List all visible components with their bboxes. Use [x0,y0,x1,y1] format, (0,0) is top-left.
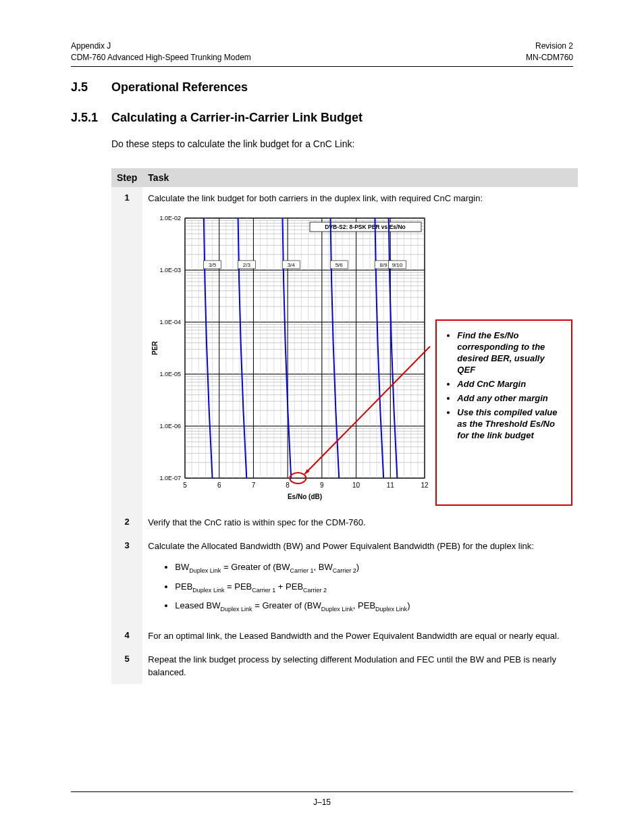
callout-item: Add CnC Margin [457,379,563,390]
table-row: 4 For an optimal link, the Leased Bandwi… [111,625,578,648]
svg-text:11: 11 [387,481,395,489]
page-footer: J–15 [0,791,644,807]
heading-j5: J.5 Operational References [71,80,573,95]
heading-j51-title: Calculating a Carrier-in-Carrier Link Bu… [111,111,363,124]
svg-text:8/9: 8/9 [380,262,388,268]
svg-line-127 [305,346,431,474]
formula-peb: PEBDuplex Link = PEBCarrier 1 + PEBCarri… [175,581,572,595]
svg-text:10: 10 [352,481,360,489]
svg-text:7: 7 [252,481,256,489]
formula-bw: BWDuplex Link = Greater of (BWCarrier 1,… [175,561,572,575]
heading-j5-title: Operational References [111,80,248,94]
svg-text:DVB-S2: 8-PSK PER vs Es/No: DVB-S2: 8-PSK PER vs Es/No [325,224,406,230]
task-cell: Calculate the link budget for both carri… [142,187,578,512]
svg-text:2/3: 2/3 [243,262,251,268]
steps-table: Step Task 1 Calculate the link budget fo… [111,168,578,685]
th-step: Step [111,168,142,187]
svg-text:12: 12 [421,481,429,489]
svg-text:Es/No (dB): Es/No (dB) [288,493,322,500]
heading-j51: J.5.1 Calculating a Carrier-in-Carrier L… [71,111,573,125]
table-row: 2 Verify that the CnC ratio is within sp… [111,511,578,535]
table-row: 5 Repeat the link budget process by sele… [111,648,578,685]
page: Appendix J CDM-760 Advanced High-Speed T… [0,0,644,834]
header-right-top: Revision 2 [526,41,573,52]
table-row: 1 Calculate the link budget for both car… [111,187,578,512]
step-num: 5 [111,648,142,685]
header-left-top: Appendix J [71,41,251,52]
callout-box: Find the Es/No corresponding to the desi… [435,319,572,506]
svg-text:9/10: 9/10 [392,262,403,268]
step-num: 3 [111,535,142,625]
page-number: J–15 [313,798,331,807]
svg-text:5/6: 5/6 [336,262,344,268]
running-header: Appendix J CDM-760 Advanced High-Speed T… [71,41,573,63]
svg-text:1.0E-04: 1.0E-04 [160,319,182,325]
svg-text:1.0E-02: 1.0E-02 [160,215,182,221]
step-num: 1 [111,187,142,512]
svg-text:1.0E-03: 1.0E-03 [160,267,182,273]
header-left-bottom: CDM-760 Advanced High-Speed Trunking Mod… [71,52,251,63]
svg-text:1.0E-05: 1.0E-05 [160,371,182,377]
header-right: Revision 2 MN-CDM760 [526,41,573,63]
svg-text:9: 9 [320,481,324,489]
chart-svg: 567891011121.0E-021.0E-031.0E-041.0E-051… [148,211,431,502]
callout-item: Use this compiled value as the Threshold… [457,407,563,442]
task-text: Calculate the Allocated Bandwidth (BW) a… [148,540,572,553]
callout-item: Add any other margin [457,393,563,405]
svg-text:3/5: 3/5 [209,262,217,268]
table-row: 3 Calculate the Allocated Bandwidth (BW)… [111,535,578,625]
svg-text:5: 5 [184,481,188,489]
svg-text:1.0E-06: 1.0E-06 [160,423,182,429]
task-cell: Calculate the Allocated Bandwidth (BW) a… [142,535,578,625]
step-num: 2 [111,511,142,535]
callout-item: Find the Es/No corresponding to the desi… [457,330,563,376]
task-text: For an optimal link, the Leased Bandwidt… [142,625,578,648]
header-right-bottom: MN-CDM760 [526,52,573,63]
formula-list: BWDuplex Link = Greater of (BWCarrier 1,… [175,561,572,614]
intro-text: Do these steps to calculate the link bud… [111,138,573,149]
svg-text:1.0E-07: 1.0E-07 [160,475,182,481]
svg-text:8: 8 [286,481,290,489]
header-rule [71,66,573,67]
task-text: Calculate the link budget for both carri… [148,192,572,205]
footer-rule [71,791,573,792]
header-left: Appendix J CDM-760 Advanced High-Speed T… [71,41,251,63]
task-text: Verify that the CnC ratio is within spec… [142,511,578,535]
svg-text:3/4: 3/4 [288,262,296,268]
per-vs-esno-chart: 567891011121.0E-021.0E-031.0E-041.0E-051… [148,211,431,506]
heading-j5-num: J.5 [71,80,108,95]
svg-text:6: 6 [217,481,221,489]
th-task: Task [142,168,578,187]
svg-text:PER: PER [151,341,159,355]
formula-leased-bw: Leased BWDuplex Link = Greater of (BWDup… [175,600,572,614]
task-text: Repeat the link budget process by select… [142,648,578,685]
heading-j51-num: J.5.1 [71,111,108,125]
chart-wrap: 567891011121.0E-021.0E-031.0E-041.0E-051… [148,211,572,506]
step-num: 4 [111,625,142,648]
